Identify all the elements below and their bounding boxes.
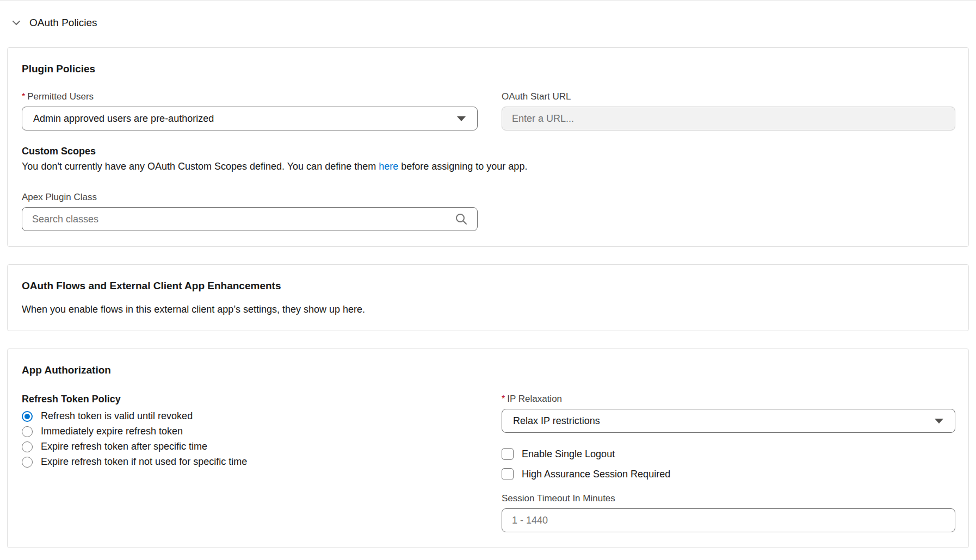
ip-relaxation-select[interactable]: Relax IP restrictions bbox=[502, 409, 955, 433]
radio-unselected-icon[interactable] bbox=[22, 457, 33, 468]
required-asterisk: * bbox=[502, 394, 505, 403]
enable-single-logout-checkbox[interactable] bbox=[502, 448, 514, 460]
radio-option-label: Expire refresh token after specific time bbox=[41, 441, 207, 452]
app-authorization-row: Refresh Token Policy Refresh token is va… bbox=[22, 394, 954, 532]
oauth-flows-card: OAuth Flows and External Client App Enha… bbox=[7, 264, 969, 331]
section-title: OAuth Policies bbox=[29, 17, 97, 29]
oauth-start-url-input[interactable] bbox=[502, 107, 955, 130]
apex-class-search bbox=[22, 207, 478, 231]
oauth-flows-description: When you enable flows in this external c… bbox=[22, 304, 954, 315]
custom-scopes-text-after: before assigning to your app. bbox=[398, 161, 527, 172]
refresh-token-policy-field: Refresh Token Policy Refresh token is va… bbox=[22, 394, 478, 532]
radio-option-label: Refresh token is valid until revoked bbox=[41, 410, 193, 422]
radio-unselected-icon[interactable] bbox=[22, 426, 33, 437]
radio-option-immediately-expire[interactable]: Immediately expire refresh token bbox=[22, 426, 478, 437]
chevron-down-icon[interactable] bbox=[11, 17, 22, 28]
radio-unselected-icon[interactable] bbox=[22, 441, 33, 452]
custom-scopes-text: You don't currently have any OAuth Custo… bbox=[22, 161, 954, 172]
high-assurance-session-checkbox[interactable] bbox=[502, 468, 514, 480]
oauth-policies-section-toggle[interactable]: OAuth Policies bbox=[11, 17, 976, 29]
refresh-token-policy-label: Refresh Token Policy bbox=[22, 394, 478, 405]
permitted-users-select[interactable]: Admin approved users are pre-authorized bbox=[22, 107, 478, 130]
apex-plugin-class-field: Apex Plugin Class bbox=[22, 192, 954, 231]
radio-option-valid-until-revoked[interactable]: Refresh token is valid until revoked bbox=[22, 410, 478, 422]
permitted-users-value: Admin approved users are pre-authorized bbox=[33, 113, 214, 125]
oauth-flows-title: OAuth Flows and External Client App Enha… bbox=[22, 280, 954, 292]
plugin-policies-title: Plugin Policies bbox=[22, 63, 954, 75]
radio-option-expire-after-time[interactable]: Expire refresh token after specific time bbox=[22, 441, 478, 452]
ip-relaxation-label-text: IP Relaxation bbox=[507, 394, 562, 404]
apex-plugin-class-label: Apex Plugin Class bbox=[22, 192, 954, 203]
permitted-users-field: *Permitted Users Admin approved users ar… bbox=[22, 91, 478, 130]
session-timeout-label: Session Timeout In Minutes bbox=[502, 493, 955, 504]
dropdown-arrow-icon bbox=[934, 418, 944, 424]
plugin-policies-field-row: *Permitted Users Admin approved users ar… bbox=[22, 91, 954, 130]
high-assurance-session-label: High Assurance Session Required bbox=[522, 469, 670, 480]
app-authorization-title: App Authorization bbox=[22, 364, 954, 376]
required-asterisk: * bbox=[22, 92, 25, 101]
oauth-start-url-label: OAuth Start URL bbox=[502, 91, 955, 102]
ip-relaxation-value: Relax IP restrictions bbox=[513, 415, 600, 427]
dropdown-arrow-icon bbox=[456, 116, 466, 122]
radio-option-label: Expire refresh token if not used for spe… bbox=[41, 456, 247, 468]
custom-scopes-text-before: You don't currently have any OAuth Custo… bbox=[22, 161, 379, 172]
plugin-policies-card: Plugin Policies *Permitted Users Admin a… bbox=[7, 47, 969, 247]
here-link[interactable]: here bbox=[379, 161, 398, 172]
app-authorization-card: App Authorization Refresh Token Policy R… bbox=[7, 349, 969, 548]
session-timeout-input[interactable] bbox=[502, 508, 955, 532]
enable-single-logout-label: Enable Single Logout bbox=[522, 449, 615, 460]
enable-single-logout-row[interactable]: Enable Single Logout bbox=[502, 448, 955, 460]
apex-class-search-input[interactable] bbox=[22, 207, 478, 231]
custom-scopes-label: Custom Scopes bbox=[22, 146, 954, 157]
radio-option-label: Immediately expire refresh token bbox=[41, 426, 183, 437]
radio-option-expire-if-not-used[interactable]: Expire refresh token if not used for spe… bbox=[22, 456, 478, 468]
search-icon bbox=[455, 213, 468, 226]
custom-scopes-section: Custom Scopes You don't currently have a… bbox=[22, 146, 954, 172]
radio-selected-icon[interactable] bbox=[22, 411, 33, 422]
oauth-start-url-field: OAuth Start URL bbox=[502, 91, 955, 130]
permitted-users-label-text: Permitted Users bbox=[27, 91, 94, 102]
refresh-token-policy-radio-group: Refresh token is valid until revoked Imm… bbox=[22, 410, 478, 468]
high-assurance-session-row[interactable]: High Assurance Session Required bbox=[502, 468, 955, 480]
permitted-users-label: *Permitted Users bbox=[22, 91, 478, 102]
ip-relaxation-label: *IP Relaxation bbox=[502, 394, 955, 405]
ip-relaxation-field: *IP Relaxation Relax IP restrictions Ena… bbox=[502, 394, 955, 532]
